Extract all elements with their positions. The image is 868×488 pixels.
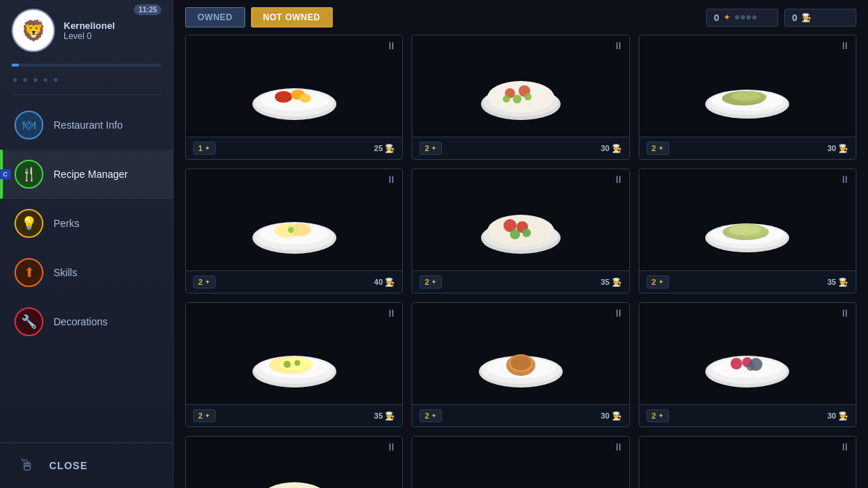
star-count-3: 2 ✦	[647, 142, 669, 155]
sidebar-item-skills[interactable]: ⬆ Skills	[0, 248, 173, 297]
svg-point-55	[731, 358, 742, 369]
dish-visual-1	[244, 50, 345, 122]
price-box-1: 25 👨‍🍳	[374, 144, 395, 153]
pause-icon-4: ⏸	[386, 174, 396, 185]
recipe-card-2[interactable]: ⏸ 2 ✦	[412, 35, 629, 160]
filter-owned-button[interactable]: OWNED	[185, 7, 245, 27]
card-image-8: ⏸	[412, 303, 629, 404]
level-bar-fill	[12, 64, 19, 67]
skills-label: Skills	[54, 267, 77, 278]
price-box-2: 30 👨‍🍳	[600, 144, 621, 153]
chef-icon-9: 👨‍🍳	[838, 411, 848, 421]
star-4: ✦	[42, 75, 49, 85]
card-image-11: ⏸	[412, 437, 629, 488]
recipe-card-4[interactable]: ⏸ 2 ✦ 40	[185, 168, 403, 294]
stars-sym-9: ✦	[658, 412, 664, 419]
card-image-9: ⏸	[639, 303, 856, 404]
price-box-9: 30 👨‍🍳	[827, 411, 848, 421]
recipe-manager-icon: 🍴	[14, 160, 43, 189]
recipe-card-7[interactable]: ⏸ 2 ✦	[185, 302, 403, 427]
stars-sym-1: ✦	[205, 145, 210, 152]
stars-val-7: 2	[198, 411, 203, 420]
dish-visual-5	[470, 184, 571, 256]
card-footer-9: 2 ✦ 30 👨‍🍳	[639, 404, 856, 427]
recipe-card-3[interactable]: ⏸ 2 ✦ 30	[639, 35, 856, 160]
card-footer-7: 2 ✦ 35 👨‍🍳	[186, 404, 402, 427]
chef-icon-7: 👨‍🍳	[385, 411, 395, 421]
svg-point-25	[288, 227, 294, 233]
recipe-card-5[interactable]: ⏸ 2 ✦	[412, 168, 629, 294]
card-footer-4: 2 ✦ 40 👨‍🍳	[186, 270, 402, 293]
recipe-card-9[interactable]: ⏸ 2 ✦	[639, 302, 856, 427]
recipe-card-6[interactable]: ⏸ 2 ✦ 35	[639, 168, 856, 294]
stars-row: ✦ ✦ ✦ ✦ ✦	[0, 72, 173, 91]
dish-visual-10	[244, 451, 345, 488]
recipe-card-1[interactable]: ⏸ 1 ✦ 25	[185, 35, 403, 160]
main-content: OWNED NOT OWNED 0 ✦ 0 👨‍🍳 ⏸	[174, 0, 868, 488]
sidebar-item-perks[interactable]: 💡 Perks	[0, 199, 173, 248]
currency-1-value: 0	[714, 12, 719, 23]
pause-icon-2: ⏸	[613, 40, 624, 51]
dish-visual-6	[697, 184, 798, 256]
card-footer-6: 2 ✦ 35 👨‍🍳	[639, 270, 856, 293]
pause-icon-7: ⏸	[386, 307, 396, 319]
stars-sym-2: ✦	[431, 145, 437, 152]
pause-icon-3: ⏸	[840, 40, 850, 51]
star-count-4: 2 ✦	[193, 275, 216, 288]
dish-visual-2	[470, 50, 571, 122]
skills-icon: ⬆	[14, 258, 43, 287]
sidebar-item-decorations[interactable]: 🔧 Decorations	[0, 297, 173, 346]
stars-val-9: 2	[652, 411, 656, 420]
star-2: ✦	[22, 75, 29, 85]
svg-point-61	[261, 482, 328, 488]
perks-label: Perks	[54, 218, 80, 229]
stars-sym-7: ✦	[205, 412, 210, 419]
pause-icon-11: ⏸	[613, 441, 624, 453]
currency-dots-1	[735, 15, 757, 20]
price-val-7: 35	[374, 411, 383, 420]
currency-box-2: 0 👨‍🍳	[784, 9, 856, 27]
star-count-8: 2 ✦	[420, 409, 442, 422]
level-bar-background	[12, 64, 161, 67]
mouse-icon: 🖱	[14, 453, 39, 478]
sidebar-item-restaurant-info[interactable]: 🍽 Restaurant Info	[0, 100, 173, 150]
star-1: ✦	[12, 75, 19, 85]
pause-icon-12: ⏸	[840, 441, 850, 453]
svg-point-13	[503, 95, 510, 103]
card-image-7: ⏸	[186, 303, 402, 404]
restaurant-info-label: Restaurant Info	[54, 119, 123, 131]
card-footer-2: 2 ✦ 30 👨‍🍳	[412, 137, 629, 159]
star-5: ✦	[52, 75, 59, 85]
dish-visual-7	[244, 317, 345, 390]
recipe-card-12[interactable]: ⏸ 2 ✦	[639, 436, 856, 488]
price-box-3: 30 👨‍🍳	[827, 144, 848, 153]
price-val-5: 35	[600, 278, 609, 286]
sidebar-item-recipe-manager[interactable]: C 🍴 Recipe Manager	[0, 150, 173, 199]
filter-not-owned-button[interactable]: NOT OWNED	[251, 7, 333, 27]
recipe-card-8[interactable]: ⏸ 2 ✦ 30	[412, 302, 629, 427]
chef-icon-1: 👨‍🍳	[385, 144, 395, 153]
card-footer-8: 2 ✦ 30 👨‍🍳	[412, 404, 629, 427]
chef-icon-8: 👨‍🍳	[612, 411, 622, 421]
svg-point-3	[275, 91, 292, 103]
svg-point-11	[513, 95, 522, 103]
stars-val-4: 2	[198, 278, 203, 286]
recipes-scroll-area[interactable]: ⏸ 1 ✦ 25	[174, 35, 868, 488]
card-image-12: ⏸	[639, 437, 856, 488]
stars-sym-3: ✦	[658, 145, 664, 152]
card-image-3: ⏸	[639, 35, 856, 137]
price-box-4: 40 👨‍🍳	[374, 278, 395, 287]
price-val-3: 30	[827, 144, 836, 153]
recipe-card-11[interactable]: ⏸ 2 ✦	[412, 436, 629, 488]
close-button[interactable]: 🖱 CLOSE	[0, 442, 173, 488]
svg-point-51	[511, 356, 531, 370]
price-box-5: 35 👨‍🍳	[600, 278, 621, 287]
stars-val-3: 2	[652, 144, 656, 153]
recipe-card-10[interactable]: ⏸ 2 ✦	[185, 436, 403, 488]
price-val-1: 25	[374, 144, 383, 153]
sidebar: 11:25 🦁 Kernelionel Level 0 ✦ ✦ ✦ ✦ ✦ 🍽 …	[0, 0, 174, 488]
recipe-manager-badge: C	[0, 169, 11, 179]
dish-visual-12	[697, 451, 798, 488]
pause-icon-6: ⏸	[840, 174, 850, 185]
star-3: ✦	[32, 75, 39, 85]
